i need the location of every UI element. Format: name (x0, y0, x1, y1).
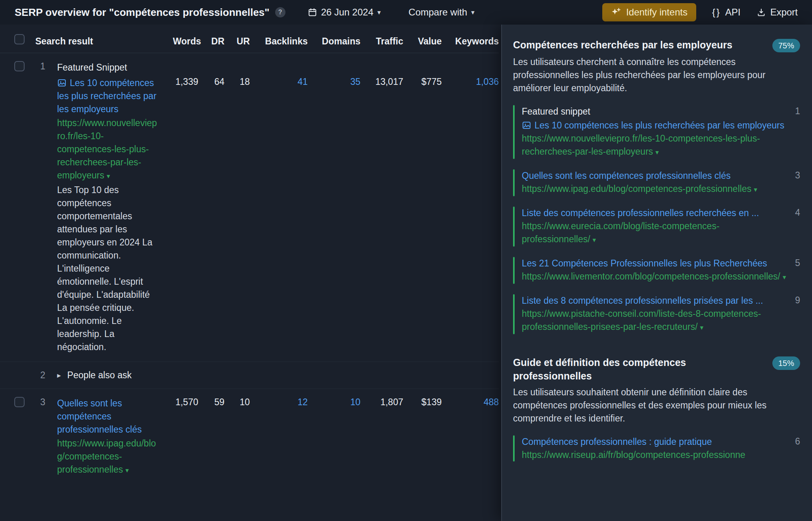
words-cell: 1,570 (173, 389, 198, 485)
url-caret-icon[interactable]: ▾ (754, 186, 757, 193)
column-header-domains[interactable]: Domains (308, 34, 360, 53)
list-item-body: Liste des compétences professionnelles r… (522, 207, 787, 247)
value-cell: $775 (403, 53, 442, 362)
column-header-words[interactable]: Words (173, 34, 198, 53)
result-link[interactable]: Les 10 compétences les plus recherchées … (57, 77, 157, 116)
image-icon (57, 78, 67, 88)
position-number: 1 (787, 105, 800, 159)
intent-title: Guide et définition des compétences prof… (513, 356, 766, 383)
position-number: 3 (32, 389, 54, 485)
select-all-cell (0, 34, 32, 53)
position-number: 3 (787, 169, 800, 196)
url-caret-icon[interactable]: ▾ (700, 324, 704, 331)
page-title: SERP overview for "compétences professio… (15, 6, 270, 19)
list-item-body: Liste des 8 compétences professionnelles… (522, 294, 787, 334)
result-title: Les 21 Compétences Professionnelles les … (522, 258, 767, 268)
column-header-backlinks[interactable]: Backlinks (250, 34, 308, 53)
url-caret-icon[interactable]: ▾ (593, 236, 596, 244)
result-title: Quelles sont les compétences professionn… (57, 398, 142, 435)
domains-cell[interactable]: 35 (308, 53, 360, 362)
backlinks-cell[interactable]: 12 (250, 389, 308, 485)
url-caret-icon[interactable]: ▾ (655, 149, 659, 156)
intent-match-bar (513, 435, 515, 462)
intent-share-badge: 15% (772, 356, 800, 370)
result-url[interactable]: https://www.nouvelleviepro.fr/les-10-com… (57, 117, 157, 183)
select-all-checkbox[interactable] (14, 34, 25, 44)
api-label: API (725, 7, 741, 18)
compare-with-dropdown[interactable]: Compare with ▾ (408, 7, 475, 18)
result-url[interactable]: https://www.nouvelleviepro.fr/les-10-com… (522, 132, 787, 159)
intent-match-bar (513, 207, 515, 247)
keywords-cell[interactable]: 1,036 (442, 53, 499, 362)
export-label: Export (770, 7, 798, 18)
download-icon (756, 8, 766, 17)
date-picker[interactable]: 26 Jun 2024 ▾ (308, 7, 381, 18)
url-caret-icon[interactable]: ▾ (783, 274, 786, 281)
result-url[interactable]: https://www.livementor.com/blog/competen… (522, 270, 787, 284)
row-checkbox[interactable] (14, 397, 25, 407)
compare-with-label: Compare with (408, 7, 467, 18)
column-header-value[interactable]: Value (403, 34, 442, 53)
list-item-body: Featured snippet Les 10 compétences les … (522, 105, 787, 159)
result-url-text: https://www.riseup.ai/fr/blog/competence… (522, 450, 745, 460)
identify-intents-button[interactable]: Identify intents (602, 3, 696, 21)
calendar-icon (308, 8, 317, 17)
column-header-ur[interactable]: UR (224, 34, 250, 53)
intent-match-bar (513, 257, 515, 284)
position-number: 9 (787, 294, 800, 334)
result-url[interactable]: https://www.ipag.edu/blog/competences-pr… (57, 437, 157, 477)
result-link[interactable]: Liste des compétences professionnelles r… (522, 207, 787, 220)
list-item-body: Les 21 Compétences Professionnelles les … (522, 257, 787, 284)
result-url-text: https://www.nouvelleviepro.fr/les-10-com… (522, 133, 760, 157)
url-caret-icon[interactable]: ▾ (125, 467, 129, 474)
intents-panel: Compétences recherchées par les employeu… (501, 25, 812, 521)
export-button[interactable]: Export (756, 7, 798, 18)
list-item: Featured snippet Les 10 compétences les … (513, 105, 800, 159)
intent-title: Compétences recherchées par les employeu… (513, 38, 766, 52)
keywords-cell[interactable]: 488 (442, 389, 499, 485)
result-link[interactable]: Quelles sont les compétences professionn… (522, 169, 787, 182)
column-header-traffic[interactable]: Traffic (360, 34, 403, 53)
result-link[interactable]: Compétences professionnelles : guide pra… (522, 435, 787, 448)
result-link[interactable]: Liste des 8 compétences professionnelles… (522, 294, 787, 307)
result-url[interactable]: https://www.ipag.edu/blog/competences-pr… (522, 182, 787, 196)
table-header-row: Search result Words DR UR Backlinks Doma… (0, 34, 499, 53)
expander-icon[interactable]: ▸ (57, 371, 61, 380)
dr-cell: 59 (198, 389, 224, 485)
intent-description: Les utilisateurs souhaitent obtenir une … (513, 386, 800, 425)
url-caret-icon[interactable]: ▾ (107, 172, 110, 180)
toolbar: SERP overview for "compétences professio… (0, 0, 812, 25)
help-icon[interactable]: ? (275, 7, 285, 17)
result-link[interactable]: Quelles sont les compétences professionn… (57, 397, 157, 436)
row-checkbox[interactable] (14, 61, 25, 71)
api-button[interactable]: {} API (712, 7, 741, 18)
intent-section: Guide et définition des compétences prof… (513, 356, 800, 462)
result-url[interactable]: https://www.eurecia.com/blog/liste-compe… (522, 220, 787, 247)
position-number: 6 (787, 435, 800, 462)
intent-match-bar (513, 105, 515, 159)
value-cell: $139 (403, 389, 442, 485)
people-also-ask-expander[interactable]: ▸ People also ask (57, 370, 483, 381)
domains-cell[interactable]: 10 (308, 389, 360, 485)
result-url[interactable]: https://www.riseup.ai/fr/blog/competence… (522, 448, 787, 462)
result-title: Compétences professionnelles : guide pra… (522, 437, 712, 447)
column-header-keywords[interactable]: Keywords (442, 34, 499, 53)
list-item-body: Compétences professionnelles : guide pra… (522, 435, 787, 462)
result-title: Les 10 compétences les plus recherchées … (57, 78, 157, 114)
result-link[interactable]: Les 21 Compétences Professionnelles les … (522, 257, 787, 270)
position-number: 1 (32, 53, 54, 362)
result-url[interactable]: https://www.pistache-conseil.com/liste-d… (522, 307, 787, 334)
table-row: 3 Quelles sont les compétences professio… (0, 389, 499, 485)
backlinks-cell[interactable]: 41 (250, 53, 308, 362)
search-result-cell: Quelles sont les compétences professionn… (54, 389, 173, 485)
column-header-dr[interactable]: DR (198, 34, 224, 53)
intent-section: Compétences recherchées par les employeu… (513, 38, 800, 334)
chevron-down-icon: ▾ (471, 8, 475, 17)
column-header-search-result[interactable]: Search result (32, 34, 173, 53)
result-url-text: https://www.nouvelleviepro.fr/les-10-com… (57, 118, 157, 180)
result-title: Liste des 8 compétences professionnelles… (522, 295, 763, 306)
result-type-label: Featured Snippet (57, 61, 157, 74)
date-label: 26 Jun 2024 (321, 7, 373, 18)
row-checkbox-cell (0, 362, 32, 389)
result-link[interactable]: Les 10 compétences les plus recherchées … (522, 119, 787, 132)
